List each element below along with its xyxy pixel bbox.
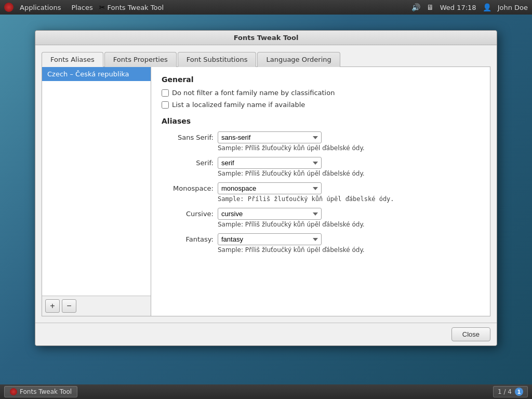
taskbar-right: 1 / 4 1 [493, 386, 528, 397]
taskbar: Fonts Tweak Tool 1 / 4 1 [0, 384, 532, 399]
tab-language-ordering[interactable]: Language Ordering [257, 52, 340, 67]
monospace-label: Monospace: [162, 184, 214, 192]
content-area: General Do not filter a font family name… [151, 67, 490, 316]
localized-checkbox[interactable] [162, 101, 169, 109]
applications-menu[interactable]: Applications [16, 3, 65, 12]
dialog-titlebar: Fonts Tweak Tool [35, 31, 497, 45]
screen-icon[interactable]: 🖥 [427, 3, 434, 11]
add-locale-button[interactable]: + [45, 299, 60, 313]
checkbox-row-1: Do not filter a font family name by clas… [162, 89, 480, 97]
dialog-title: Fonts Tweak Tool [234, 34, 299, 42]
sans-serif-row: Sans Serif: sans-serif Sample: Příliš žl… [162, 131, 480, 152]
cursive-field-row: Cursive: cursive [162, 208, 480, 220]
fantasy-row: Fantasy: fantasy Sample: Příliš žluťoučk… [162, 233, 480, 254]
aliases-section: Aliases Sans Serif: sans-serif Sample: P… [162, 117, 480, 254]
sidebar: Czech – Česká republika + − [42, 67, 151, 316]
localized-label: List a localized family name if availabl… [172, 101, 305, 109]
desktop: Fonts Tweak Tool Fonts Aliases Fonts Pro… [0, 15, 532, 384]
cursive-label: Cursive: [162, 210, 214, 218]
tabs: Fonts Aliases Fonts Properties Font Subs… [42, 51, 490, 67]
main-panel: Czech – Česká republika + − General Do n… [42, 67, 490, 316]
scissors-icon: ✂ [99, 3, 105, 11]
fantasy-select[interactable]: fantasy [218, 233, 322, 245]
page-indicator: 1 / 4 1 [493, 386, 528, 397]
clock: Wed 17:18 [440, 4, 476, 11]
taskbar-logo [10, 388, 17, 395]
remove-locale-button[interactable]: − [62, 299, 76, 313]
sans-serif-label: Sans Serif: [162, 134, 214, 141]
username[interactable]: John Doe [498, 4, 528, 11]
fantasy-sample: Sample: Příliš žluťoučký kůň úpěl ďábels… [218, 246, 480, 254]
filter-checkbox[interactable] [162, 89, 169, 97]
page-circle: 1 [515, 388, 523, 396]
taskbar-app-label: Fonts Tweak Tool [20, 388, 72, 395]
tab-fonts-properties[interactable]: Fonts Properties [104, 52, 177, 67]
cursive-row: Cursive: cursive Sample: Příliš žluťoučk… [162, 208, 480, 228]
sans-serif-select[interactable]: sans-serif [218, 131, 322, 143]
serif-row: Serif: serif Sample: Příliš žluťoučký ků… [162, 157, 480, 177]
serif-label: Serif: [162, 159, 214, 167]
topbar-app-name: Fonts Tweak Tool [108, 4, 164, 11]
monospace-row: Monospace: monospace Sample: Příliš žluť… [162, 182, 480, 203]
tab-font-substitutions[interactable]: Font Substitutions [178, 52, 257, 67]
sidebar-list: Czech – Česká republika [42, 67, 151, 296]
aliases-section-title: Aliases [162, 117, 480, 125]
cursive-select[interactable]: cursive [218, 208, 322, 220]
dialog-bottom: Close [35, 323, 497, 345]
monospace-field-row: Monospace: monospace [162, 182, 480, 194]
serif-field-row: Serif: serif [162, 157, 480, 169]
sans-serif-sample: Sample: Příliš žluťoučký kůň úpěl ďábels… [218, 144, 480, 152]
checkbox-row-2: List a localized family name if availabl… [162, 101, 480, 109]
general-section-title: General [162, 75, 480, 84]
fedora-logo [4, 3, 14, 12]
sans-serif-field-row: Sans Serif: sans-serif [162, 131, 480, 143]
fonts-tweak-dialog: Fonts Tweak Tool Fonts Aliases Fonts Pro… [35, 30, 497, 346]
monospace-sample: Sample: Příliš žluťoučký kůň úpěl ďábels… [218, 195, 480, 203]
tab-fonts-aliases[interactable]: Fonts Aliases [42, 52, 103, 67]
topbar-right: 🔊 🖥 Wed 17:18 👤 John Doe [411, 3, 528, 11]
user-icon: 👤 [483, 3, 491, 11]
sidebar-controls: + − [42, 296, 151, 316]
monospace-select[interactable]: monospace [218, 182, 322, 194]
topbar-left: Applications Places ✂ Fonts Tweak Tool [4, 3, 164, 12]
serif-sample: Sample: Příliš žluťoučký kůň úpěl ďábels… [218, 170, 480, 177]
dialog-content: Fonts Aliases Fonts Properties Font Subs… [35, 45, 497, 323]
places-menu[interactable]: Places [67, 3, 97, 12]
close-button[interactable]: Close [451, 327, 490, 341]
taskbar-app-item[interactable]: Fonts Tweak Tool [4, 386, 77, 397]
filter-label: Do not filter a font family name by clas… [172, 89, 335, 97]
fantasy-field-row: Fantasy: fantasy [162, 233, 480, 245]
fantasy-label: Fantasy: [162, 235, 214, 243]
serif-select[interactable]: serif [218, 157, 322, 169]
page-text: 1 / 4 [498, 388, 512, 395]
sidebar-item-czech[interactable]: Czech – Česká republika [42, 67, 151, 81]
volume-icon[interactable]: 🔊 [411, 3, 420, 11]
topbar: Applications Places ✂ Fonts Tweak Tool 🔊… [0, 0, 532, 15]
cursive-sample: Sample: Příliš žluťoučký kůň úpěl ďábels… [218, 221, 480, 228]
